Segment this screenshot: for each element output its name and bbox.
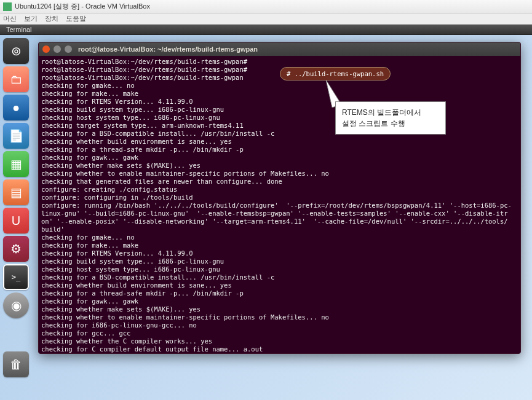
virtualbox-icon: [3, 2, 12, 11]
menu-view[interactable]: 보기: [24, 14, 38, 23]
terminal-header: root@latose-VirtualBox: ~/dev/rtems/buil…: [39, 42, 520, 56]
trash-icon[interactable]: 🗑: [3, 351, 29, 377]
maximize-button[interactable]: [65, 45, 72, 53]
window-title: Ubuntu1204 [실행 중] - Oracle VM VirtualBox: [15, 2, 150, 11]
calc-icon[interactable]: ▦: [3, 151, 29, 177]
dash-icon[interactable]: ⊚: [3, 38, 29, 64]
minimize-button[interactable]: [54, 45, 61, 53]
files-icon[interactable]: 🗀: [3, 66, 29, 92]
terminal-title: root@latose-VirtualBox: ~/dev/rtems/buil…: [78, 45, 258, 53]
software-icon[interactable]: U: [3, 208, 29, 233]
menu-help[interactable]: 도움말: [66, 14, 86, 23]
disk-icon[interactable]: ◉: [3, 292, 29, 318]
firefox-icon[interactable]: ●: [3, 95, 29, 120]
virtualbox-titlebar: Ubuntu1204 [실행 중] - Oracle VM VirtualBox: [0, 0, 532, 14]
terminal-tab-bar: Terminal: [0, 25, 532, 35]
terminal-tab-label: Terminal: [6, 26, 32, 33]
terminal-icon[interactable]: >_: [3, 264, 29, 290]
close-button[interactable]: [42, 45, 50, 53]
menu-machine[interactable]: 머신: [3, 14, 17, 23]
highlighted-command: # ../build-rtems-gwpan.sh: [280, 67, 391, 80]
ubuntu-menubar: 머신 보기 장치 도움말: [0, 14, 532, 25]
annotation-line2: 설정 스크립트 수행: [342, 118, 439, 129]
menu-device[interactable]: 장치: [45, 14, 58, 23]
annotation-line1: RTEMS의 빌드폴더에서: [342, 107, 439, 118]
annotation-box: RTEMS의 빌드폴더에서 설정 스크립트 수행: [335, 101, 446, 135]
unity-launcher: ⊚ 🗀 ● 📄 ▦ ▤ U ⚙ >_ ◉ 🗑: [3, 36, 33, 380]
impress-icon[interactable]: ▤: [3, 179, 29, 205]
terminal-window: root@latose-VirtualBox: ~/dev/rtems/buil…: [38, 42, 521, 354]
terminal-output[interactable]: root@latose-VirtualBox:~/dev/rtems/build…: [39, 56, 520, 354]
writer-icon[interactable]: 📄: [3, 123, 29, 149]
settings-icon[interactable]: ⚙: [3, 236, 29, 262]
